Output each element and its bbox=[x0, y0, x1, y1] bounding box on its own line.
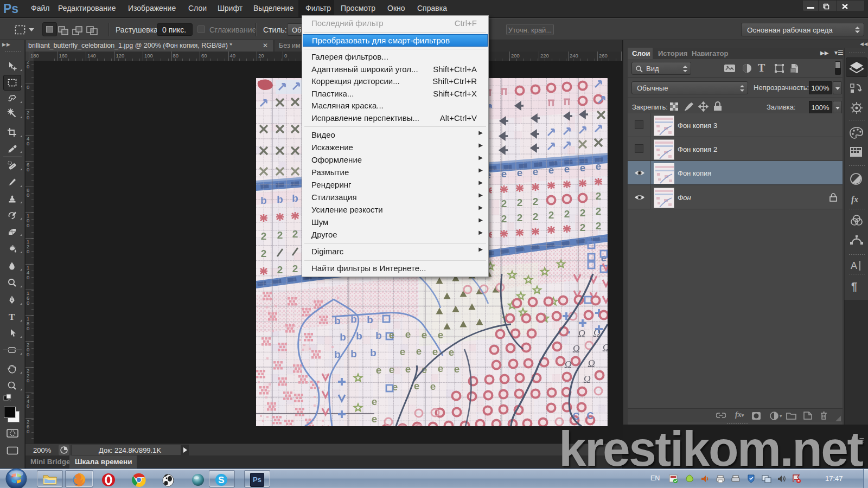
svg-text:T: T bbox=[9, 312, 15, 322]
svg-text:fx: fx bbox=[851, 195, 858, 204]
svg-text:¶: ¶ bbox=[851, 280, 857, 292]
svg-text:A: A bbox=[851, 260, 857, 271]
svg-text:S: S bbox=[218, 475, 224, 485]
